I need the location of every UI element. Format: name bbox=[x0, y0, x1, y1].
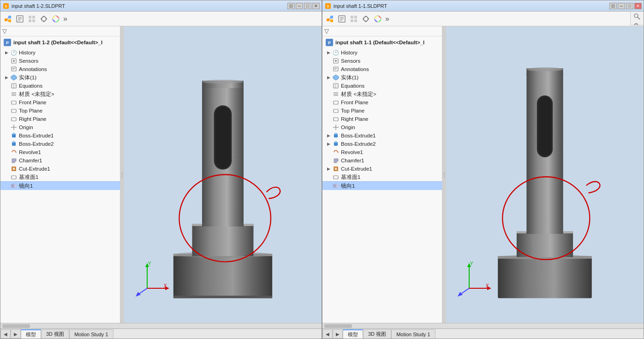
left-tree-equations[interactable]: ∑ Equations bbox=[0, 82, 120, 90]
right-solid-icon bbox=[332, 74, 340, 81]
left-tree-bossextrude1[interactable]: Boss-Extrude1 bbox=[0, 131, 120, 140]
left-tab-next[interactable]: ▶ bbox=[11, 329, 21, 339]
left-bossextrude2-icon bbox=[10, 140, 18, 148]
right-crosshair-icon[interactable] bbox=[360, 13, 371, 24]
right-feature-tree-icon[interactable] bbox=[324, 13, 335, 24]
right-min-btn[interactable]: ─ bbox=[618, 3, 625, 9]
right-tree-equations[interactable]: ∑ Equations bbox=[322, 82, 442, 90]
left-feature-tree-icon[interactable] bbox=[2, 13, 13, 24]
svg-rect-35 bbox=[12, 109, 16, 113]
left-scroll-thumb[interactable] bbox=[2, 324, 30, 328]
right-tree-mirror1[interactable]: 镜向1 bbox=[322, 181, 442, 190]
zoom-to-fit-icon[interactable] bbox=[632, 12, 642, 21]
right-bossextrude1-label: Boss-Extrude1 bbox=[341, 133, 438, 138]
right-resize-handle[interactable] bbox=[442, 26, 446, 323]
svg-text:∑: ∑ bbox=[12, 84, 15, 88]
left-tree-revolve1[interactable]: Revolve1 bbox=[0, 148, 120, 156]
left-toolbar-more[interactable]: » bbox=[62, 15, 68, 23]
left-viewport[interactable]: Y X bbox=[124, 26, 322, 323]
right-toolbar-more[interactable]: » bbox=[384, 15, 390, 23]
left-tree-material[interactable]: 材质 <未指定> bbox=[0, 90, 120, 98]
right-restore-btn[interactable]: ⊡ bbox=[609, 3, 617, 9]
right-h-scrollbar[interactable] bbox=[322, 323, 644, 328]
left-tree-history[interactable]: ▶ 🕐 History bbox=[0, 48, 120, 57]
right-tree-origin[interactable]: Origin bbox=[322, 123, 442, 131]
right-title-bar: S input shaft 1-1.SLDPRT ⊡ ─ □ ✕ bbox=[322, 0, 644, 12]
right-property-icon[interactable] bbox=[336, 13, 347, 24]
left-tree-chamfer1[interactable]: Chamfer1 bbox=[0, 156, 120, 165]
left-tree-root[interactable]: P input shaft 1-2 (Default<<Default>_l bbox=[0, 36, 120, 48]
right-tab-next[interactable]: ▶ bbox=[333, 329, 343, 339]
right-tree-solid[interactable]: ▶ 实体(1) bbox=[322, 73, 442, 82]
left-tree-bossextrude2[interactable]: Boss-Extrude2 bbox=[0, 140, 120, 148]
right-tree-rightplane[interactable]: Right Plane bbox=[322, 115, 442, 123]
right-close-btn[interactable]: ✕ bbox=[634, 3, 642, 9]
right-tree-topplane[interactable]: Top Plane bbox=[322, 107, 442, 115]
left-h-scrollbar[interactable] bbox=[0, 323, 322, 328]
left-tab-prev[interactable]: ◀ bbox=[0, 329, 11, 339]
right-tree-chamfer1[interactable]: Chamfer1 bbox=[322, 156, 442, 165]
left-color-icon[interactable] bbox=[50, 13, 61, 24]
svg-rect-144 bbox=[334, 118, 338, 121]
left-cad-window: S input shaft 1-2.SLDPRT ⊡ ─ □ ✕ bbox=[0, 0, 322, 339]
right-tree-annotations[interactable]: Annotations bbox=[322, 65, 442, 73]
right-tree-cutextrude1[interactable]: ▶ Cut-Extrude1 bbox=[322, 165, 442, 173]
left-close-btn[interactable]: ✕ bbox=[312, 3, 320, 9]
left-bossextrude1-icon bbox=[10, 132, 18, 139]
svg-rect-110 bbox=[327, 18, 329, 21]
left-tree-solid[interactable]: ▶ 实体(1) bbox=[0, 73, 120, 82]
svg-line-113 bbox=[329, 17, 330, 20]
svg-rect-52 bbox=[173, 254, 272, 298]
right-bossextrude2-icon bbox=[332, 140, 340, 148]
left-baseplane1-label: 基准面1 bbox=[19, 174, 116, 181]
svg-rect-160 bbox=[498, 256, 592, 298]
right-tab-prev[interactable]: ◀ bbox=[322, 329, 333, 339]
right-viewport[interactable]: Y X bbox=[446, 26, 644, 323]
left-bottom-tabs: ◀ ▶ 模型 3D 视图 Motion Study 1 bbox=[0, 328, 322, 339]
left-tab-3dview[interactable]: 3D 视图 bbox=[41, 329, 69, 339]
left-config-icon[interactable] bbox=[26, 13, 37, 24]
right-tree-bossextrude1[interactable]: ▶ Boss-Extrude1 bbox=[322, 131, 442, 140]
left-tree-origin[interactable]: Origin bbox=[0, 123, 120, 131]
left-tree-mirror1[interactable]: 镜向1 bbox=[0, 181, 120, 190]
left-crosshair-icon[interactable] bbox=[38, 13, 49, 24]
right-config-icon[interactable] bbox=[348, 13, 359, 24]
left-tree-topplane[interactable]: Top Plane bbox=[0, 107, 120, 115]
right-tab-motion[interactable]: Motion Study 1 bbox=[391, 329, 435, 339]
right-tree-history[interactable]: ▶ 🕐 History bbox=[322, 48, 442, 57]
right-max-btn[interactable]: □ bbox=[626, 3, 633, 9]
right-tree-root[interactable]: P input shaft 1-1 (Default<<Default>_l bbox=[322, 36, 442, 48]
left-min-btn[interactable]: ─ bbox=[296, 3, 303, 9]
left-tree-cutextrude1[interactable]: Cut-Extrude1 bbox=[0, 165, 120, 173]
left-root-label: input shaft 1-2 (Default<<Default>_l bbox=[13, 40, 102, 45]
left-max-btn[interactable]: □ bbox=[304, 3, 311, 9]
right-tree-revolve1[interactable]: Revolve1 bbox=[322, 148, 442, 156]
svg-line-79 bbox=[638, 17, 640, 19]
left-tree-annotations[interactable]: Annotations bbox=[0, 65, 120, 73]
left-annotations-icon bbox=[10, 65, 18, 73]
right-color-icon[interactable] bbox=[372, 13, 383, 24]
left-tree-sensors[interactable]: Sensors bbox=[0, 57, 120, 65]
svg-text:P: P bbox=[6, 41, 9, 45]
right-tree-bossextrude2[interactable]: ▶ Boss-Extrude2 bbox=[322, 140, 442, 148]
right-scroll-thumb[interactable] bbox=[324, 324, 352, 328]
right-tree-frontplane[interactable]: Front Plane bbox=[322, 98, 442, 107]
right-tree-material[interactable]: 材质 <未指定> bbox=[322, 90, 442, 98]
svg-rect-157 bbox=[333, 184, 335, 188]
right-tab-3dview[interactable]: 3D 视图 bbox=[363, 329, 391, 339]
left-tree-baseplane1[interactable]: 基准面1 bbox=[0, 173, 120, 181]
left-tab-motion[interactable]: Motion Study 1 bbox=[69, 329, 113, 339]
left-content-area: ▽ P input shaft 1-2 (Default<<Default>_l… bbox=[0, 26, 322, 323]
right-tree-baseplane1[interactable]: 基准面1 bbox=[322, 173, 442, 181]
left-sensors-icon bbox=[10, 57, 18, 65]
left-tab-model[interactable]: 模型 bbox=[21, 329, 41, 339]
left-resize-handle[interactable] bbox=[120, 26, 124, 323]
left-property-icon[interactable] bbox=[14, 13, 25, 24]
right-tab-model[interactable]: 模型 bbox=[343, 329, 363, 339]
left-tree-rightplane[interactable]: Right Plane bbox=[0, 115, 120, 123]
left-restore-btn[interactable]: ⊡ bbox=[287, 3, 295, 9]
zoom-in-icon[interactable] bbox=[632, 22, 642, 25]
right-bossextrude2-arrow: ▶ bbox=[326, 142, 331, 146]
left-tree-frontplane[interactable]: Front Plane bbox=[0, 98, 120, 107]
right-tree-sensors[interactable]: Sensors bbox=[322, 57, 442, 65]
